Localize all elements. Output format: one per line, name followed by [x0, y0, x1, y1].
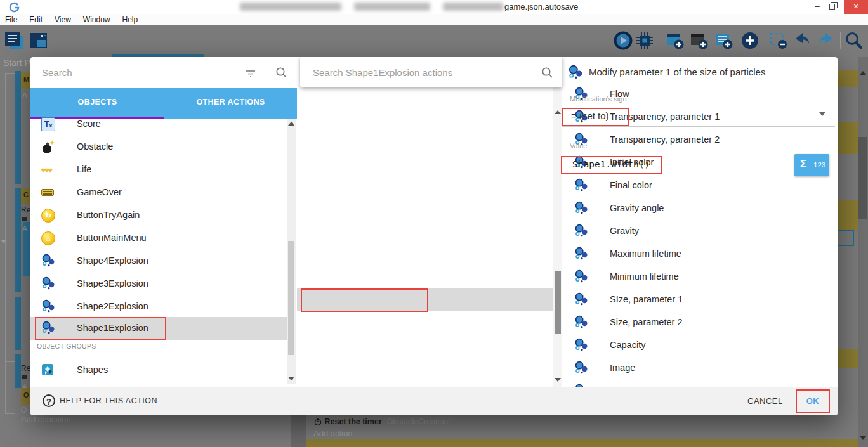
particle-emitter-icon — [574, 201, 589, 216]
event-header — [838, 200, 858, 230]
actions-search-card — [300, 57, 562, 87]
action-row-maximum-lifetime[interactable]: Maximum lifetime — [297, 243, 562, 266]
background-scrollbar — [858, 57, 868, 447]
filter-icon[interactable] — [245, 68, 256, 79]
actions-scrollbar-thumb[interactable] — [555, 271, 561, 334]
scroll-down-icon[interactable] — [555, 378, 561, 382]
scroll-down-icon[interactable] — [288, 377, 294, 380]
particle-emitter-icon — [574, 269, 589, 284]
question-circle-icon — [21, 407, 27, 413]
minimize-button[interactable]: – — [811, 0, 824, 14]
scroll-down-icon — [860, 436, 866, 440]
menu-window[interactable]: Window — [83, 15, 110, 24]
menu-edit[interactable]: Edit — [29, 15, 43, 24]
background-input-outline — [836, 230, 854, 246]
expression-123-label: 123 — [813, 161, 825, 169]
value-input[interactable] — [571, 156, 774, 172]
app-window: game.json.autosave – ✕ File Edit View Wi… — [0, 0, 868, 447]
action-row-initial-color[interactable]: Initial color — [297, 152, 562, 174]
particle-emitter-icon — [574, 292, 589, 307]
toolbar-separator — [840, 32, 841, 49]
group-row-shapes[interactable]: Shapes — [30, 359, 287, 382]
object-row-score[interactable]: Tₓ Score — [30, 113, 287, 136]
particle-emitter-icon — [41, 276, 56, 291]
objects-search-input[interactable] — [41, 63, 218, 81]
object-row-gameover[interactable]: GameOver — [30, 181, 287, 204]
toolbar-separator — [55, 32, 55, 49]
retry-button-icon: ↻ — [41, 209, 55, 223]
value-label: Value — [570, 142, 587, 150]
particle-emitter-icon — [41, 254, 56, 268]
action-row-transparency-2[interactable]: Transparency, parameter 2 — [297, 129, 562, 152]
scene-window-icon — [29, 30, 49, 51]
action-row-size-parameter-2[interactable]: Size, parameter 2 — [297, 311, 562, 334]
blurred-title-text — [354, 3, 430, 11]
object-row-shape3explosion[interactable]: Shape3Explosion — [30, 273, 287, 295]
search-icon — [541, 67, 553, 79]
window-title: game.json.autosave — [504, 2, 578, 11]
action-editor-dialog: OBJECTS OTHER ACTIONS Tₓ Score ✦ Obstacl… — [30, 57, 838, 415]
gameover-banner-icon — [41, 186, 55, 200]
sign-select[interactable]: = (set to) — [571, 110, 609, 121]
add-new-icon — [740, 30, 760, 51]
background-action-row: Reset the timer "ObstacleCreation" — [314, 415, 451, 427]
action-row-final-color[interactable]: Final color — [297, 174, 562, 197]
remove-selection-icon — [768, 30, 789, 51]
collapse-arrow-icon — [1, 240, 7, 243]
add-condition-link: Add condition — [21, 415, 71, 424]
event-bar — [15, 354, 21, 388]
scroll-up-icon[interactable] — [555, 110, 561, 114]
redo-icon — [816, 30, 836, 51]
text-object-icon: Tₓ — [41, 117, 55, 131]
titlebar: game.json.autosave – ✕ — [0, 0, 868, 14]
particle-emitter-icon — [574, 178, 589, 193]
expression-builder-button[interactable]: Σ 123 — [794, 154, 829, 176]
add-object-icon — [665, 30, 685, 51]
restore-button[interactable] — [829, 4, 835, 10]
events-list-icon — [4, 30, 24, 51]
cancel-button[interactable]: CANCEL — [747, 396, 783, 406]
menu-view[interactable]: View — [55, 15, 71, 24]
action-row-gravity-angle[interactable]: Gravity angle — [297, 197, 562, 220]
menu-file[interactable]: File — [5, 15, 17, 24]
blurred-title-text — [240, 3, 341, 11]
actions-scrollbar[interactable] — [553, 87, 562, 387]
action-row-gravity[interactable]: Gravity — [297, 220, 562, 243]
event-bar — [15, 71, 21, 184]
event-header — [838, 349, 858, 368]
object-row-shape2explosion[interactable]: Shape2Explosion — [30, 295, 287, 318]
object-row-shape4explosion[interactable]: Shape4Explosion — [30, 250, 287, 273]
action-row-capacity[interactable]: Capacity — [297, 334, 562, 357]
bomb-icon: ✦ — [41, 140, 55, 154]
action-row-minimum-lifetime[interactable]: Minimum lifetime — [297, 266, 562, 288]
gdevelop-logo-icon — [9, 2, 20, 13]
menu-help[interactable]: Help — [122, 15, 138, 24]
object-group-icon — [41, 363, 55, 377]
event-header — [838, 70, 858, 87]
particle-emitter-icon — [574, 247, 589, 261]
undo-icon — [792, 30, 812, 51]
particle-emitter-icon — [568, 65, 584, 81]
close-button[interactable]: ✕ — [844, 0, 868, 14]
scroll-up-icon[interactable] — [288, 122, 294, 126]
ok-button[interactable]: OK — [796, 389, 830, 413]
help-icon: ? — [43, 394, 55, 407]
actions-search-input[interactable] — [312, 63, 521, 81]
chevron-down-icon — [819, 112, 825, 116]
particle-emitter-icon — [41, 321, 56, 335]
object-row-shape1explosion[interactable]: Shape1Explosion — [30, 317, 287, 340]
object-row-obstacle[interactable]: ✦ Obstacle — [30, 136, 287, 159]
action-row-transparency-1[interactable]: Transparency, parameter 1 — [297, 106, 562, 129]
action-icon — [22, 375, 27, 379]
particle-emitter-icon — [574, 361, 589, 375]
particle-emitter-icon — [574, 315, 589, 330]
object-row-buttontryagain[interactable]: ↻ ButtonTryAgain — [30, 204, 287, 227]
action-row-image[interactable]: Image — [297, 357, 562, 380]
objects-scrollbar-thumb[interactable] — [288, 241, 294, 355]
object-row-buttonmainmenu[interactable]: ⌂ ButtonMainMenu — [30, 227, 287, 250]
blurred-title-text — [443, 3, 503, 11]
sigma-icon: Σ — [800, 158, 806, 171]
action-row-size-parameter-1[interactable]: SIze, parameter 1 — [297, 288, 562, 311]
scene-tab-label: Start P — [3, 58, 30, 68]
object-row-life[interactable]: ♥♥♥ Life — [30, 159, 287, 181]
